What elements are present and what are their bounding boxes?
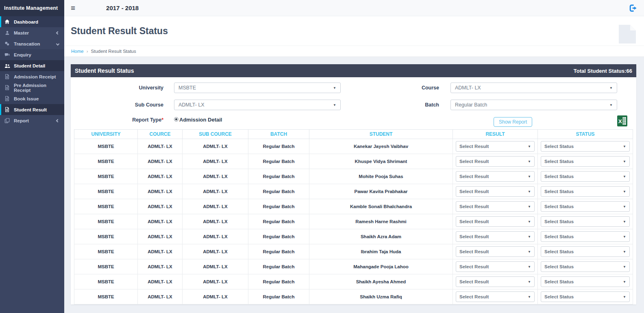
dropdown-caret-icon <box>528 175 531 178</box>
cell-batch: Regular Batch <box>248 274 309 289</box>
cell-batch: Regular Batch <box>248 214 309 229</box>
sidebar-item-student-detail[interactable]: Student Detail <box>0 60 64 71</box>
report-type-label: Report Type* <box>74 117 163 123</box>
sidebar-item-admission-receipt[interactable]: Admission Receipt <box>0 71 64 82</box>
file-icon <box>4 96 10 101</box>
select-status-dropdown[interactable]: Select Status <box>541 186 630 197</box>
dropdown-caret-icon <box>528 190 531 193</box>
file-icon <box>4 74 10 79</box>
university-label: University <box>74 85 163 91</box>
select-result-dropdown[interactable]: Select Result <box>456 216 535 227</box>
select-status-value: Select Status <box>544 234 574 239</box>
excel-export-icon[interactable]: X <box>617 115 627 126</box>
table-row: MSBTE ADMLT- LX ADMLT- LX Regular Batch … <box>74 229 633 244</box>
select-status-dropdown[interactable]: Select Status <box>541 216 630 227</box>
cell-student: Ramesh Harne Rashmi <box>309 214 453 229</box>
cell-sub-cource: ADMLT- LX <box>183 274 248 289</box>
dropdown-caret-icon <box>623 190 626 193</box>
select-status-value: Select Status <box>544 204 574 209</box>
table-row: MSBTE ADMLT- LX ADMLT- LX Regular Batch … <box>74 139 633 154</box>
cell-sub-cource: ADMLT- LX <box>183 214 248 229</box>
select-result-dropdown[interactable]: Select Result <box>456 246 535 257</box>
logout-icon[interactable] <box>629 4 637 13</box>
cell-batch: Regular Batch <box>248 259 309 274</box>
select-result-value: Select Result <box>459 234 489 239</box>
sidebar-item-book-issue[interactable]: Book Issue <box>0 93 64 104</box>
select-status-value: Select Status <box>544 264 574 269</box>
batch-label: Batch <box>382 102 439 108</box>
app-root: Institute Management Dashboard Master Tr… <box>0 0 644 313</box>
select-status-dropdown[interactable]: Select Status <box>541 171 630 182</box>
form-row-2: Sub Course ADMLT- LX Batch Regular Batch <box>74 100 633 110</box>
cell-cource: ADMLT- LX <box>138 229 183 244</box>
user-icon <box>4 30 10 35</box>
select-status-value: Select Status <box>544 249 574 254</box>
dropdown-caret-icon <box>623 205 626 209</box>
form-row-3: Report Type* Admission Detail Show Repor… <box>74 117 633 123</box>
sidebar-item-dashboard[interactable]: Dashboard <box>0 16 64 27</box>
cell-batch: Regular Batch <box>248 199 309 214</box>
cell-student: Shaikh Azra Adam <box>309 229 453 244</box>
cell-cource: ADMLT- LX <box>138 199 183 214</box>
panel-header: Student Result Status Total Student Stat… <box>71 64 636 77</box>
select-result-dropdown[interactable]: Select Result <box>456 156 535 167</box>
cell-cource: ADMLT- LX <box>138 259 183 274</box>
chevron-left-icon <box>56 119 59 122</box>
select-result-dropdown[interactable]: Select Result <box>456 276 535 287</box>
select-status-dropdown[interactable]: Select Status <box>541 141 630 152</box>
document-watermark-icon <box>619 25 636 45</box>
sidebar-item-report[interactable]: Report <box>0 115 64 126</box>
select-status-dropdown[interactable]: Select Status <box>541 261 630 272</box>
select-status-dropdown[interactable]: Select Status <box>541 291 630 302</box>
select-result-dropdown[interactable]: Select Result <box>456 141 535 152</box>
sidebar-item-enquiry[interactable]: Enquiry <box>0 49 64 60</box>
comment-icon <box>4 52 10 57</box>
university-select-value: MSBTE <box>178 85 196 91</box>
table-row: MSBTE ADMLT- LX ADMLT- LX Regular Batch … <box>74 274 633 289</box>
cell-university: MSBTE <box>74 229 138 244</box>
cell-university: MSBTE <box>74 289 138 304</box>
university-select[interactable]: MSBTE <box>174 83 341 93</box>
select-status-dropdown[interactable]: Select Status <box>541 246 630 257</box>
sidebar-item-label: Report <box>14 118 29 123</box>
show-report-button[interactable]: Show Report <box>494 117 532 127</box>
select-result-dropdown[interactable]: Select Result <box>456 186 535 197</box>
sidebar-item-label: Admission Receipt <box>14 74 56 79</box>
select-result-value: Select Result <box>459 174 489 179</box>
select-result-dropdown[interactable]: Select Result <box>456 201 535 212</box>
topbar: ≡ 2017 - 2018 <box>64 0 644 16</box>
select-result-value: Select Result <box>459 279 489 284</box>
admission-detail-radio-label: Admission Detail <box>179 117 222 123</box>
cell-university: MSBTE <box>74 214 138 229</box>
sidebar-item-label: Pre Admission Receipt <box>14 83 64 93</box>
cell-student: Ibrahim Taja Huda <box>309 244 453 259</box>
sidebar-item-student-result[interactable]: Student Result <box>0 104 64 115</box>
batch-select[interactable]: Regular Batch <box>450 100 617 110</box>
select-status-dropdown[interactable]: Select Status <box>541 276 630 287</box>
select-result-dropdown[interactable]: Select Result <box>456 291 535 302</box>
sub-course-select[interactable]: ADMLT- LX <box>174 100 341 110</box>
select-status-value: Select Status <box>544 144 574 149</box>
menu-icon[interactable]: ≡ <box>71 4 75 12</box>
table-row: MSBTE ADMLT- LX ADMLT- LX Regular Batch … <box>74 214 633 229</box>
sidebar-item-label: Dashboard <box>14 20 38 24</box>
cell-batch: Regular Batch <box>248 184 309 199</box>
sidebar-item-transcation[interactable]: Transcation <box>0 38 64 49</box>
sidebar-item-master[interactable]: Master <box>0 27 64 38</box>
admission-detail-radio[interactable] <box>174 117 178 122</box>
dropdown-caret-icon <box>528 205 531 209</box>
select-status-dropdown[interactable]: Select Status <box>541 231 630 242</box>
student-result-status-panel: Student Result Status Total Student Stat… <box>71 64 636 304</box>
select-status-dropdown[interactable]: Select Status <box>541 201 630 212</box>
select-result-dropdown[interactable]: Select Result <box>456 171 535 182</box>
sidebar-item-pre-admission-receipt[interactable]: Pre Admission Receipt <box>0 82 64 93</box>
course-select[interactable]: ADMLT- LX <box>450 83 617 93</box>
select-status-dropdown[interactable]: Select Status <box>541 156 630 167</box>
select-result-dropdown[interactable]: Select Result <box>456 261 535 272</box>
select-result-dropdown[interactable]: Select Result <box>456 231 535 242</box>
breadcrumb-home-link[interactable]: Home <box>71 49 84 54</box>
course-select-value: ADMLT- LX <box>455 85 481 91</box>
table-row: MSBTE ADMLT- LX ADMLT- LX Regular Batch … <box>74 169 633 184</box>
select-result-value: Select Result <box>459 219 489 224</box>
dropdown-caret-icon <box>528 145 531 148</box>
